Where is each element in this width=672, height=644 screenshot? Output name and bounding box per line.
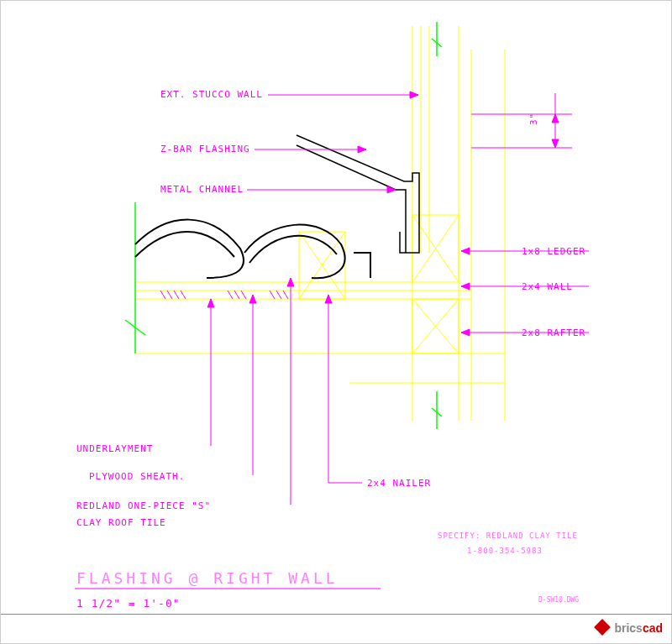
svg-line-58 bbox=[283, 291, 288, 299]
bricscad-logo: bricscad bbox=[596, 621, 663, 635]
label-z-bar: Z-BAR FLASHING bbox=[160, 144, 250, 154]
label-rafter: 2x8 RAFTER bbox=[522, 327, 585, 338]
svg-line-49 bbox=[160, 291, 165, 299]
label-plywood: PLYWOOD SHEATH. bbox=[89, 471, 185, 482]
label-wall-2x4: 2x4 WALL bbox=[522, 281, 573, 292]
svg-marker-34 bbox=[461, 329, 470, 336]
label-metal-channel: METAL CHANNEL bbox=[160, 184, 244, 195]
drawing-title: FLASHING @ RIGHT WALL bbox=[76, 569, 339, 587]
drawing-scale: 1 1/2" = 1'-0" bbox=[76, 597, 181, 610]
svg-marker-24 bbox=[410, 92, 418, 98]
svg-marker-41 bbox=[207, 299, 214, 307]
bricscad-text-2: cad bbox=[643, 621, 663, 635]
svg-marker-30 bbox=[461, 248, 470, 254]
cad-svg bbox=[1, 1, 672, 644]
svg-line-56 bbox=[270, 291, 275, 299]
label-tile-1: REDLAND ONE-PIECE "S" bbox=[76, 500, 211, 511]
svg-line-53 bbox=[228, 291, 233, 299]
label-underlayment: UNDERLAYMENT bbox=[76, 443, 153, 454]
svg-line-51 bbox=[174, 291, 179, 299]
drawing-canvas: { "labels": { "ext_stucco": "EXT. STUCCO… bbox=[0, 0, 672, 644]
phone-note: 1-800-354-5983 bbox=[467, 547, 543, 555]
specify-note: SPECIFY: REDLAND CLAY TILE bbox=[438, 531, 578, 540]
svg-line-52 bbox=[181, 291, 186, 299]
label-ext-stucco: EXT. STUCCO WALL bbox=[160, 89, 263, 100]
label-nailer: 2x4 NAILER bbox=[367, 478, 431, 489]
svg-marker-32 bbox=[461, 283, 470, 290]
svg-line-54 bbox=[234, 291, 239, 299]
dwg-number: D-SW10.DWG bbox=[538, 596, 579, 604]
bricscad-icon bbox=[594, 619, 611, 636]
svg-line-50 bbox=[167, 291, 172, 299]
label-tile-2: CLAY ROOF TILE bbox=[76, 517, 166, 528]
label-ledger: 1x8 LEDGER bbox=[522, 246, 585, 257]
bricscad-text-1: brics bbox=[614, 621, 642, 635]
svg-line-57 bbox=[276, 291, 281, 299]
footer-rule bbox=[1, 614, 672, 615]
svg-line-55 bbox=[241, 291, 246, 299]
svg-marker-26 bbox=[358, 146, 366, 153]
svg-marker-39 bbox=[552, 139, 559, 148]
svg-marker-38 bbox=[552, 114, 559, 123]
label-dim-3: 3" bbox=[528, 113, 539, 125]
